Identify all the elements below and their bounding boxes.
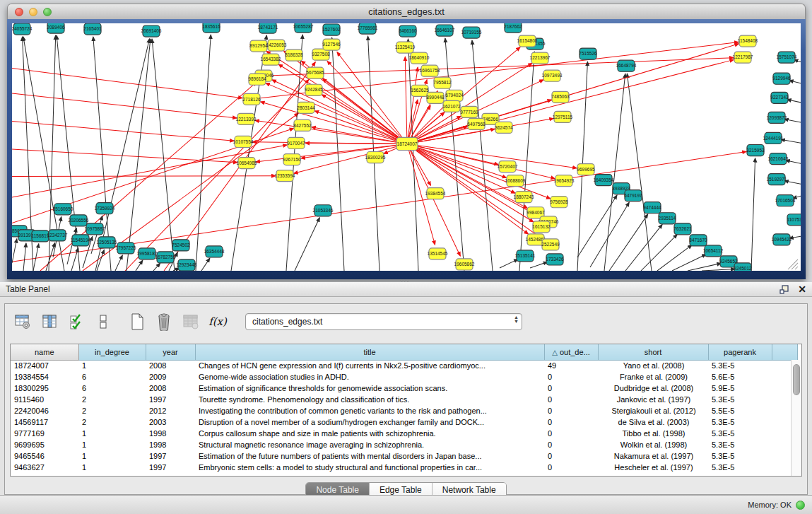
table-cell[interactable]: 0	[544, 405, 598, 416]
close-window-icon[interactable]	[15, 8, 23, 16]
graph-node[interactable]: 17957225	[116, 243, 136, 254]
graph-node[interactable]: 10975887	[85, 223, 105, 235]
table-cell[interactable]: 1997	[146, 394, 195, 405]
graph-node[interactable]: 10719155	[461, 27, 482, 38]
table-cell[interactable]: Hescheler et al. (1997)	[598, 462, 708, 473]
graph-node[interactable]: 16961758	[420, 65, 440, 76]
graph-node[interactable]: 11548408	[738, 35, 758, 47]
graph-node[interactable]: 16409354	[594, 175, 614, 186]
table-cell[interactable]: 5.3E-5	[708, 416, 772, 428]
table-cell[interactable]: Wolkin et al. (1998)	[598, 439, 708, 450]
graph-node[interactable]: 16646107	[435, 25, 455, 36]
graph-node[interactable]: 9756928	[550, 197, 568, 208]
graph-node[interactable]: 17765981	[358, 23, 378, 34]
table-cell[interactable]: 0	[544, 439, 598, 450]
canvas-resize-grip[interactable]	[795, 267, 798, 269]
table-cell[interactable]: 0	[544, 394, 598, 405]
graph-node[interactable]: 6479197	[624, 190, 642, 201]
table-cell[interactable]: Tourette syndrome. Phenomenology and cla…	[195, 394, 544, 405]
graph-node[interactable]: 2718126	[242, 93, 261, 105]
graph-node[interactable]: 12093872	[767, 112, 787, 123]
graph-node[interactable]: 6794024	[445, 90, 464, 101]
graph-node[interactable]: 12975115	[553, 111, 573, 122]
table-cell[interactable]: 6	[78, 382, 146, 394]
graph-node[interactable]: 6497568	[467, 118, 486, 129]
graph-node[interactable]: 2165401	[83, 23, 102, 35]
graph-node[interactable]: 13514545	[428, 248, 448, 259]
graph-node[interactable]: 9245012	[734, 263, 752, 271]
graph-node[interactable]: 1733426	[546, 254, 564, 265]
graph-node[interactable]: 8186328	[285, 49, 303, 61]
graph-node[interactable]: 15192971	[767, 174, 787, 185]
table-cell[interactable]: 5.3E-5	[708, 462, 772, 473]
table-cell[interactable]: Changes of HCN gene expression and I(f) …	[195, 360, 544, 371]
table-cell[interactable]: 9777169	[11, 428, 78, 439]
graph-node[interactable]: 10973493	[542, 70, 563, 81]
citation-graph[interactable]: 2405572420894062165401206914061835616187…	[12, 23, 801, 271]
table-row[interactable]: 946362711997Embryonic stem cells: a mode…	[11, 462, 797, 473]
table-cell[interactable]: 1998	[146, 428, 195, 439]
graph-node[interactable]: 12217987	[733, 52, 753, 63]
graph-node[interactable]: 2089406	[47, 23, 65, 33]
graph-node[interactable]: 20691406	[141, 25, 162, 37]
table-cell[interactable]: 0	[544, 416, 598, 428]
table-cell[interactable]: Genome-wide association studies in ADHD.	[195, 371, 544, 382]
float-panel-icon[interactable]	[779, 285, 789, 294]
close-panel-icon[interactable]: ✕	[798, 284, 806, 294]
graph-node[interactable]: 19654923	[554, 175, 575, 187]
table-cell[interactable]: Investigating the contribution of common…	[195, 405, 544, 416]
graph-node[interactable]: 18724007	[396, 137, 418, 150]
table-cell[interactable]: Disruption of a novel member of a sodium…	[195, 416, 544, 428]
table-cell[interactable]: 5.3E-5	[708, 394, 772, 405]
column-header-year[interactable]: year	[146, 344, 195, 360]
graph-node[interactable]: 10107554	[233, 136, 254, 147]
graph-node[interactable]: 24055724	[12, 23, 33, 35]
table-cell[interactable]: 2003	[146, 416, 195, 428]
graph-node[interactable]: 18743171	[258, 23, 278, 33]
table-cell[interactable]: 5.3E-5	[708, 439, 772, 450]
graph-node[interactable]: 8471670	[689, 235, 707, 246]
graph-node[interactable]: 12213393	[236, 113, 257, 124]
table-cell[interactable]: 9465546	[11, 450, 78, 462]
table-row[interactable]: 2242004622012Investigating the contribut…	[11, 405, 797, 416]
graph-node[interactable]: 19384554	[425, 188, 446, 199]
graph-node[interactable]: 9699695	[577, 164, 595, 175]
table-cell[interactable]: 0	[544, 450, 598, 462]
table-cell[interactable]: 9699695	[11, 439, 78, 450]
graph-node[interactable]: 8466160	[399, 25, 417, 37]
show-columns-icon[interactable]	[40, 313, 59, 331]
column-header-short[interactable]: short	[598, 344, 708, 360]
graph-node[interactable]: 12342737	[47, 230, 68, 241]
table-cell[interactable]: 2	[78, 405, 146, 416]
graph-node[interactable]: 12923448	[177, 259, 197, 271]
column-header-filler[interactable]	[772, 344, 797, 360]
zoom-window-icon[interactable]	[43, 8, 52, 16]
network-canvas[interactable]: 2405572420894062165401206914061835616187…	[12, 23, 801, 271]
new-table-icon[interactable]	[128, 313, 146, 331]
table-cell[interactable]: Stergiakouli et al. (2012)	[598, 405, 708, 416]
table-cell[interactable]: 2	[78, 394, 146, 405]
graph-node[interactable]: 9242845	[305, 84, 323, 95]
graph-node[interactable]: 12444191	[763, 132, 784, 144]
table-cell[interactable]: 1997	[146, 450, 195, 462]
table-cell[interactable]: 2008	[146, 360, 195, 371]
graph-node[interactable]: 16210643	[768, 153, 789, 165]
graph-node[interactable]: 1621072	[442, 100, 461, 112]
table-cell[interactable]: 49	[544, 360, 598, 371]
graph-node[interactable]: 7632621	[673, 223, 692, 235]
table-cell[interactable]: 0	[544, 371, 598, 382]
graph-node[interactable]: 11325419	[395, 42, 416, 53]
table-cell[interactable]: 14569117	[11, 416, 78, 428]
graph-node[interactable]: 10654985	[237, 158, 257, 169]
table-cell[interactable]: Yano et al. (2008)	[598, 360, 708, 371]
column-header-pagerank[interactable]: pagerank	[708, 344, 772, 360]
table-cell[interactable]: 6	[78, 371, 146, 382]
table-row[interactable]: 1456911722003Disruption of a novel membe…	[11, 416, 797, 428]
table-cell[interactable]: Structural magnetic resonance image aver…	[195, 439, 544, 450]
graph-node[interactable]: 10945422	[772, 234, 792, 245]
table-scrollbar[interactable]	[791, 360, 801, 476]
table-cell[interactable]: 2	[78, 416, 146, 428]
table-row[interactable]: 969969511998Structural magnetic resonanc…	[11, 439, 797, 450]
table-cell[interactable]: 5.3E-5	[708, 428, 772, 439]
table-cell[interactable]: Corpus callosum shape and size in male p…	[195, 428, 544, 439]
